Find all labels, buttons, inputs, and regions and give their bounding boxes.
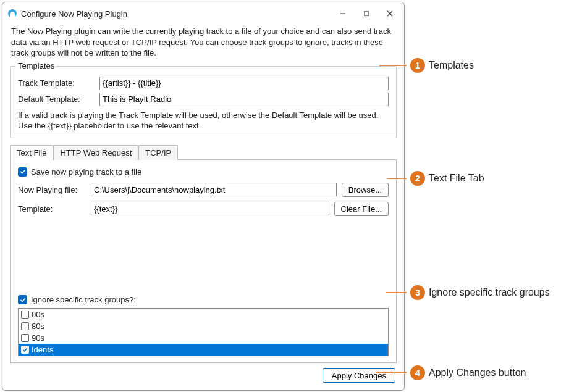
templates-group: Templates Track Template: Default Templa… [10,66,397,138]
tab-strip: Text File HTTP Web Request TCP/IP [10,145,397,160]
callout-line [379,65,407,66]
save-to-file-checkbox[interactable] [18,167,27,177]
template-input[interactable] [91,202,329,215]
close-button[interactable] [378,6,402,21]
list-item-checkbox[interactable] [21,334,29,342]
dialog-footer: Apply Changes [2,363,404,390]
tab-http[interactable]: HTTP Web Request [53,145,138,160]
list-item[interactable]: Idents [19,344,388,356]
minimize-button[interactable] [331,6,355,21]
callout-label: Ignore specific track groups [429,287,550,298]
callout-badge: 2 [410,171,425,186]
track-template-label: Track Template: [18,78,99,88]
default-template-label: Default Template: [18,94,99,104]
tab-body-text-file: Save now playing track to a file Now Pla… [10,159,397,363]
list-item[interactable]: 80s [19,320,388,332]
svg-rect-1 [365,12,369,16]
ignore-groups-label: Ignore specific track groups?: [31,295,136,304]
window-title: Configure Now Playing Plugin [21,9,331,19]
templates-legend: Templates [15,61,57,70]
list-item-checkbox[interactable] [21,311,29,319]
tabs-container: Text File HTTP Web Request TCP/IP Save n… [10,144,397,363]
list-item-checkbox[interactable] [21,346,29,354]
titlebar: Configure Now Playing Plugin [2,2,404,23]
list-item-label: 90s [32,333,44,343]
list-item-label: Idents [32,344,53,355]
app-icon [7,9,17,19]
save-to-file-label: Save now playing track to a file [31,167,141,177]
callout-badge: 1 [410,58,425,73]
intro-text: The Now Playing plugin can write the cur… [2,23,404,64]
callout-2: 2 Text File Tab [387,171,484,186]
callout-line [386,292,407,293]
list-item[interactable]: 90s [19,332,388,344]
ignore-listbox[interactable]: 00s 80s 90s Idents [18,308,389,356]
callout-4: 4 Apply Changes button [376,365,526,380]
tab-tcpip[interactable]: TCP/IP [138,145,178,160]
clear-file-button[interactable]: Clear File... [334,202,389,216]
ignore-groups-checkbox[interactable] [18,295,27,304]
callout-label: Apply Changes button [429,367,526,378]
callout-line [387,178,407,179]
maximize-button[interactable] [355,6,378,21]
tab-text-file[interactable]: Text File [10,145,53,160]
callout-label: Templates [429,60,474,71]
dialog-window: Configure Now Playing Plugin The Now Pla… [2,2,405,391]
default-template-input[interactable] [99,93,389,106]
callout-1: 1 Templates [379,58,474,73]
list-item-label: 80s [32,321,44,332]
list-item-label: 00s [32,309,44,320]
ignore-section: Ignore specific track groups?: 00s 80s 9… [18,294,389,356]
browse-button[interactable]: Browse... [342,183,389,197]
template-label: Template: [18,204,86,214]
list-item[interactable]: 00s [19,309,388,320]
list-item-checkbox[interactable] [21,322,29,330]
now-playing-file-input[interactable] [91,183,337,196]
callout-3: 3 Ignore specific track groups [386,285,550,300]
templates-hint: If a valid track is playing the Track Te… [18,110,389,131]
callout-label: Text File Tab [429,173,484,184]
callout-badge: 4 [410,365,425,380]
track-template-input[interactable] [99,77,389,90]
callout-badge: 3 [410,285,425,300]
callout-line [376,372,407,373]
now-playing-file-label: Now Playing file: [18,185,86,194]
